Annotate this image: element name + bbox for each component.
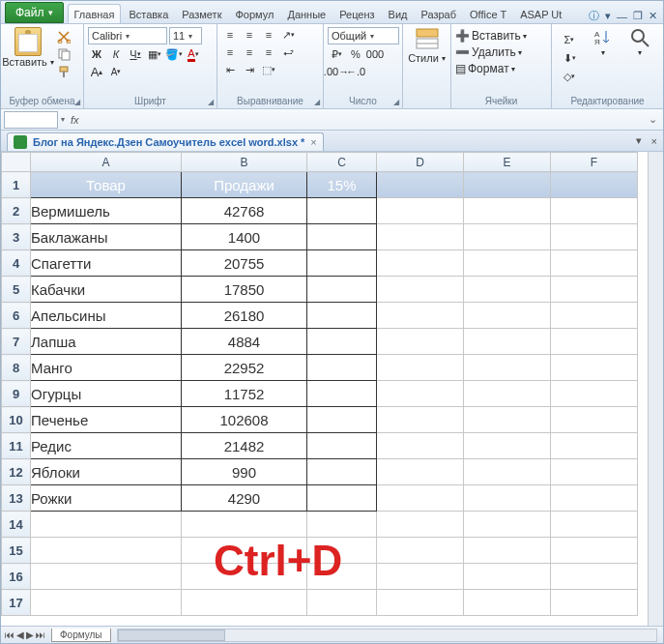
cell[interactable]: [182, 538, 307, 564]
row-header[interactable]: 3: [2, 224, 31, 250]
find-select-button[interactable]: ▾: [623, 27, 656, 57]
border-button[interactable]: ▦▾: [146, 46, 163, 62]
cell[interactable]: Продажи: [182, 172, 307, 198]
align-top-button[interactable]: ≡: [221, 27, 239, 43]
cell[interactable]: 15%: [307, 172, 377, 198]
ribbon-tab-data[interactable]: Данные: [281, 5, 332, 23]
cell[interactable]: [307, 250, 377, 277]
cell[interactable]: Товар: [31, 172, 182, 198]
help-dropdown[interactable]: ▾: [605, 10, 611, 22]
cell[interactable]: [377, 407, 464, 433]
cell[interactable]: [551, 355, 638, 381]
name-box[interactable]: [4, 111, 58, 129]
cell[interactable]: 42768: [182, 198, 307, 224]
cell[interactable]: 21482: [182, 433, 307, 459]
cell[interactable]: [377, 433, 464, 459]
underline-button[interactable]: Ч▾: [127, 46, 144, 62]
row-header[interactable]: 7: [2, 329, 31, 355]
cell[interactable]: 1400: [182, 224, 307, 250]
cell[interactable]: Редис: [31, 433, 182, 459]
cell[interactable]: [377, 277, 464, 303]
cell[interactable]: [377, 538, 464, 564]
align-left-button[interactable]: ≡: [221, 44, 239, 60]
cell[interactable]: Яблоки: [31, 459, 182, 485]
fx-icon[interactable]: fx: [65, 114, 85, 126]
cut-button[interactable]: [55, 29, 72, 44]
ribbon-tab-review[interactable]: Реценз: [333, 5, 380, 23]
ribbon-tab-insert[interactable]: Вставка: [123, 5, 174, 23]
cell[interactable]: Огурцы: [31, 381, 182, 407]
grow-font-button[interactable]: A▴: [88, 64, 105, 79]
cell[interactable]: [307, 459, 377, 485]
cell[interactable]: [307, 485, 377, 512]
cell[interactable]: [31, 538, 182, 564]
cell[interactable]: [182, 564, 307, 590]
cell[interactable]: [377, 590, 464, 616]
sheet-nav-first[interactable]: ⏮: [5, 629, 14, 640]
cell[interactable]: [464, 277, 551, 303]
cell[interactable]: [307, 198, 377, 224]
column-header-a[interactable]: A: [31, 153, 182, 172]
row-header[interactable]: 9: [2, 381, 31, 407]
help-button[interactable]: ⓘ: [589, 9, 599, 23]
cell[interactable]: [307, 277, 377, 303]
cell[interactable]: [464, 224, 551, 250]
shrink-font-button[interactable]: A▾: [107, 64, 125, 79]
sheet-tab[interactable]: Формулы: [51, 629, 111, 642]
expand-formula-bar-button[interactable]: ⌄: [643, 113, 663, 126]
column-header-f[interactable]: F: [551, 153, 638, 172]
sheet-nav-next[interactable]: ▶: [26, 629, 34, 640]
cell[interactable]: 4884: [182, 329, 307, 355]
cell[interactable]: [551, 564, 638, 590]
number-format-combo[interactable]: Общий▾: [328, 27, 399, 44]
select-all-button[interactable]: [2, 153, 31, 172]
percent-button[interactable]: %: [347, 46, 364, 62]
increase-decimal-button[interactable]: .00→: [328, 64, 345, 79]
scrollbar-thumb[interactable]: [118, 629, 225, 641]
align-right-button[interactable]: ≡: [260, 44, 277, 60]
vertical-scrollbar[interactable]: [648, 152, 663, 626]
align-middle-button[interactable]: ≡: [241, 27, 258, 43]
workbook-tab[interactable]: Блог на Яндекс.Дзен Самоучитель excel wo…: [7, 132, 324, 151]
cell[interactable]: [307, 433, 377, 459]
row-header[interactable]: 8: [2, 355, 31, 381]
cell[interactable]: [464, 564, 551, 590]
decrease-indent-button[interactable]: ⇤: [221, 62, 239, 77]
italic-button[interactable]: К: [107, 46, 125, 62]
cell[interactable]: [377, 250, 464, 277]
cell[interactable]: [464, 459, 551, 485]
row-header[interactable]: 15: [2, 538, 31, 564]
dialog-launcher-icon[interactable]: ◢: [393, 98, 399, 106]
cell[interactable]: [464, 538, 551, 564]
row-header[interactable]: 13: [2, 485, 31, 512]
cell[interactable]: 102608: [182, 407, 307, 433]
tab-options-button[interactable]: ▾: [630, 134, 648, 147]
cell[interactable]: Кабачки: [31, 277, 182, 303]
sheet-nav-last[interactable]: ⏭: [36, 629, 45, 640]
cell[interactable]: Лапша: [31, 329, 182, 355]
cell[interactable]: [464, 250, 551, 277]
font-size-combo[interactable]: 11▾: [169, 27, 202, 44]
cell[interactable]: [464, 381, 551, 407]
cell[interactable]: [551, 277, 638, 303]
cell[interactable]: [551, 250, 638, 277]
close-all-button[interactable]: ×: [651, 135, 657, 147]
increase-indent-button[interactable]: ⇥: [241, 62, 258, 77]
cell[interactable]: [464, 512, 551, 538]
row-header[interactable]: 14: [2, 512, 31, 538]
sort-filter-button[interactable]: А Я ▾: [587, 27, 620, 57]
row-header[interactable]: 6: [2, 303, 31, 329]
cell[interactable]: [551, 512, 638, 538]
cell[interactable]: [464, 433, 551, 459]
cell[interactable]: Апельсины: [31, 303, 182, 329]
cell[interactable]: [377, 381, 464, 407]
cell[interactable]: 11752: [182, 381, 307, 407]
cell[interactable]: 20755: [182, 250, 307, 277]
grid[interactable]: A B C D E F 1ТоварПродажи15%2Вермишель42…: [1, 152, 648, 626]
cell[interactable]: [551, 590, 638, 616]
cell[interactable]: Спагетти: [31, 250, 182, 277]
row-header[interactable]: 11: [2, 433, 31, 459]
orientation-button[interactable]: ↗▾: [279, 27, 297, 43]
ribbon-tab-formulas[interactable]: Формул: [229, 5, 279, 23]
cell[interactable]: 4290: [182, 485, 307, 512]
